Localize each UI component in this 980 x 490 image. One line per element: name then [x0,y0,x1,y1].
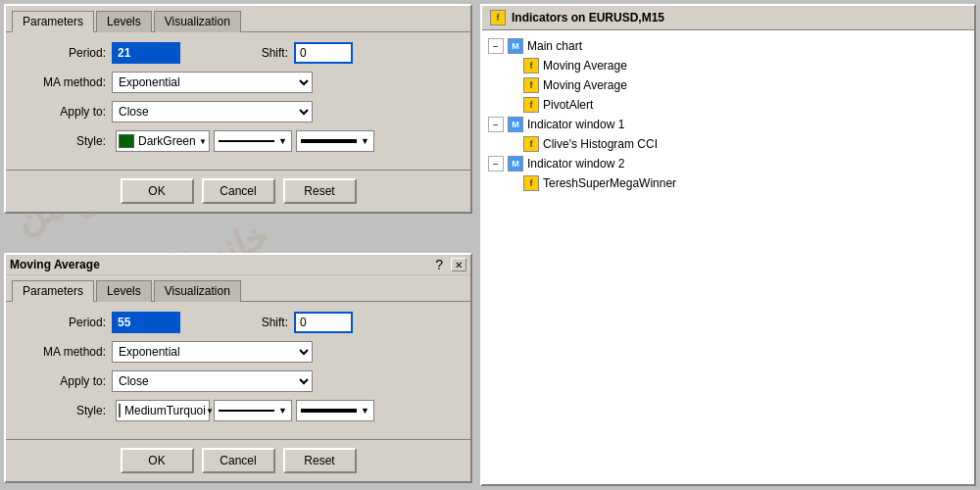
ma-method-label-bottom: MA method: [18,345,106,359]
line-thick-arrow-bottom: ▼ [361,406,369,416]
period-label-top: Period: [18,46,106,60]
ma-method-row-top: MA method: Exponential Simple Smoothed L… [18,72,459,93]
form-top: Period: Shift: MA method: Exponential Si… [6,32,470,170]
dialog-top: Parameters Levels Visualization Period: … [4,4,472,214]
close-button-bottom[interactable]: ✕ [451,258,466,271]
tab-bar-top: Parameters Levels Visualization [6,6,470,32]
tree-node-ma2[interactable]: f Moving Average [521,75,970,95]
help-button-bottom[interactable]: ? [435,257,443,272]
dialog-title-bottom: Moving Average [10,258,100,271]
period-input-bottom[interactable] [112,312,180,333]
ma-method-select-bottom[interactable]: Exponential Simple Smoothed Linear weigh… [112,341,313,363]
buttons-row-bottom: OK Cancel Reset [6,439,470,481]
ma-method-row-bottom: MA method: Exponential Simple Smoothed L… [18,341,459,363]
ma1-label: Moving Average [543,59,627,73]
iw1-icon: M [508,117,523,132]
line-style-arrow-bottom: ▼ [278,406,287,416]
ma2-label: Moving Average [543,78,627,92]
apply-to-label-bottom: Apply to: [18,374,106,388]
tab-parameters-bottom[interactable]: Parameters [12,280,94,302]
main-chart-label: Main chart [527,39,582,53]
iw1-label: Indicator window 1 [527,118,624,131]
tree-node-clives[interactable]: f Clive's Histogram CCI [521,134,970,154]
clives-label: Clive's Histogram CCI [543,137,658,151]
color-name-bottom: MediumTurquoi [124,404,206,417]
tree-node-ma1[interactable]: f Moving Average [521,56,970,75]
tab-levels-top[interactable]: Levels [96,11,152,32]
apply-to-row-bottom: Apply to: Close Open High Low [18,370,459,392]
dialog-second-header: Moving Average ? ✕ [6,255,470,275]
teresh-icon: f [523,175,539,191]
period-row-bottom: Period: Shift: [18,312,459,333]
color-dropdown-top[interactable]: DarkGreen ▼ [116,130,210,152]
ma-method-label-top: MA method: [18,75,106,89]
reset-button-bottom[interactable]: Reset [283,448,357,473]
indicators-panel-title: Indicators on EURUSD,M15 [512,11,664,24]
line-thick-bottom[interactable]: ▼ [296,400,374,421]
pivot-label: PivotAlert [543,98,593,112]
tab-visualization-top[interactable]: Visualization [154,11,241,32]
shift-label-top: Shift: [200,46,288,60]
period-input-top[interactable] [112,42,180,64]
style-row-bottom: Style: MediumTurquoi ▼ ▼ ▼ [18,400,459,421]
reset-button-top[interactable]: Reset [283,178,357,204]
teresh-label: TereshSuperMegaWinner [543,176,676,190]
main-chart-icon: M [508,38,523,54]
line-style-bottom[interactable]: ▼ [214,400,292,421]
apply-to-select-bottom[interactable]: Close Open High Low [112,370,313,392]
tree-node-pivot[interactable]: f PivotAlert [521,95,970,115]
clives-icon: f [523,136,539,152]
expand-iw2[interactable]: − [488,156,504,172]
color-swatch-top [119,134,134,148]
line-solid-bottom [219,410,274,412]
tab-levels-bottom[interactable]: Levels [96,280,152,302]
period-label-bottom: Period: [18,316,106,329]
iw2-icon: M [508,156,523,172]
ma1-icon: f [523,58,539,74]
tree-container: − M Main chart f Moving Average f Moving… [482,30,974,477]
style-row-top: Style: DarkGreen ▼ ▼ ▼ [18,130,459,152]
expand-iw1[interactable]: − [488,117,504,132]
shift-input-top[interactable] [294,42,353,64]
cancel-button-top[interactable]: Cancel [202,178,275,204]
apply-to-row-top: Apply to: Close Open High Low [18,101,459,122]
shift-label-bottom: Shift: [200,316,288,329]
tab-bar-bottom: Parameters Levels Visualization [6,275,470,302]
indicators-panel: f Indicators on EURUSD,M15 − M Main char… [480,4,976,486]
ma-method-select-top[interactable]: Exponential Simple Smoothed Linear weigh… [112,72,313,93]
shift-input-bottom[interactable] [294,312,353,333]
dialog-header-btns: ? ✕ [435,257,466,272]
tab-parameters-top[interactable]: Parameters [12,11,94,32]
cancel-button-bottom[interactable]: Cancel [202,448,275,473]
tree-node-teresh[interactable]: f TereshSuperMegaWinner [521,173,970,193]
pivot-icon: f [523,97,539,113]
ok-button-bottom[interactable]: OK [121,448,194,473]
tree-node-iw1[interactable]: − M Indicator window 1 [486,115,970,134]
style-label-bottom: Style: [18,404,106,417]
period-row-top: Period: Shift: [18,42,459,64]
style-label-top: Style: [18,134,106,148]
tree-node-main-chart[interactable]: − M Main chart [486,36,970,56]
tree-node-iw2[interactable]: − M Indicator window 2 [486,154,970,173]
buttons-row-top: OK Cancel Reset [6,170,470,212]
line-thick-top[interactable]: ▼ [296,130,374,152]
line-style-top[interactable]: ▼ [214,130,292,152]
color-dropdown-arrow-bottom: ▼ [206,407,214,416]
color-name-top: DarkGreen [138,134,196,148]
tab-visualization-bottom[interactable]: Visualization [154,280,241,302]
dialog-bottom: Moving Average ? ✕ Parameters Levels Vis… [4,253,472,483]
color-dropdown-bottom[interactable]: MediumTurquoi ▼ [116,400,210,421]
iw2-label: Indicator window 2 [527,157,624,171]
ma2-icon: f [523,77,539,93]
line-solid-top [219,140,274,142]
line-thick-indicator-top [301,139,357,143]
indicators-panel-header: f Indicators on EURUSD,M15 [482,6,974,30]
apply-to-select-top[interactable]: Close Open High Low [112,101,313,122]
panel-icon: f [490,10,506,25]
ok-button-top[interactable]: OK [121,178,194,204]
color-swatch-bottom [119,404,121,417]
line-thick-indicator-bottom [301,409,357,413]
expand-main-chart[interactable]: − [488,38,504,54]
line-thick-arrow-top: ▼ [361,136,369,146]
color-dropdown-arrow-top: ▼ [199,137,207,146]
